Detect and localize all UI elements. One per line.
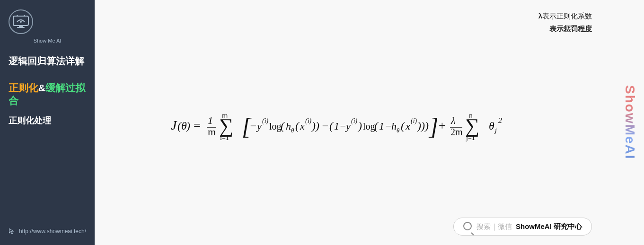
search-icon: [463, 222, 473, 231]
formula-container: .math { font-family: "Times New Roman", …: [171, 100, 578, 152]
svg-text:2: 2: [498, 116, 502, 124]
svg-text:): ): [416, 120, 421, 132]
svg-text:m: m: [208, 126, 216, 138]
formula-area: .math { font-family: "Times New Roman", …: [123, 40, 625, 213]
svg-text:(i): (i): [351, 117, 358, 125]
formula-svg: .math { font-family: "Times New Roman", …: [171, 105, 578, 148]
logo-icon: [9, 9, 33, 34]
svg-text:1: 1: [379, 120, 384, 132]
annotation-penalty: 表示惩罚程度: [549, 25, 592, 33]
search-label: ShowMeAI 研究中心: [516, 222, 582, 231]
svg-text:j=1: j=1: [466, 134, 475, 141]
search-box[interactable]: 搜索｜微信 ShowMeAI 研究中心: [453, 218, 592, 236]
svg-text:): ): [424, 120, 429, 132]
svg-text:(i): (i): [262, 117, 269, 125]
svg-text:(i): (i): [305, 117, 312, 125]
annotation-area: λ表示正则化系数 表示惩罚程度: [123, 9, 625, 35]
svg-text:λ: λ: [450, 114, 456, 126]
highlight-connector: &: [38, 82, 45, 93]
highlight-regularization: 正则化: [9, 82, 38, 93]
sidebar-title: 逻辑回归算法详解: [9, 54, 86, 68]
main-content: ShowMeAI λ表示正则化系数 表示惩罚程度 .math { font-fa…: [95, 0, 644, 245]
svg-text:−: −: [339, 120, 346, 132]
svg-text:): ): [185, 120, 190, 132]
sidebar-footer[interactable]: http://www.showmeai.tech/: [9, 227, 86, 236]
svg-text:−: −: [249, 120, 257, 132]
svg-text:(: (: [295, 120, 300, 132]
svg-rect-5: [17, 27, 25, 28]
svg-text:−: −: [321, 120, 329, 132]
svg-text:(: (: [401, 120, 406, 132]
svg-marker-6: [9, 229, 14, 234]
logo-area: [9, 9, 86, 34]
sidebar-highlight: 正则化&缓解过拟合: [9, 81, 86, 107]
svg-text:log: log: [363, 121, 375, 132]
svg-text:x: x: [300, 120, 305, 132]
svg-text:−: −: [385, 120, 392, 132]
svg-text:y: y: [345, 120, 351, 132]
svg-text:1: 1: [208, 114, 213, 126]
svg-text:x: x: [405, 120, 410, 132]
svg-text:(: (: [374, 120, 379, 132]
svg-text:J: J: [171, 118, 177, 132]
svg-text:log: log: [269, 121, 282, 132]
svg-point-3: [20, 21, 22, 23]
svg-text:y: y: [256, 120, 262, 132]
svg-text:m: m: [222, 112, 228, 120]
svg-text:): ): [315, 120, 319, 132]
svg-text:n: n: [469, 112, 473, 120]
svg-text:1: 1: [334, 120, 339, 132]
svg-text:i=1: i=1: [220, 134, 229, 141]
svg-text:(: (: [281, 120, 285, 132]
annotation-line-1: λ表示正则化系数: [538, 9, 592, 22]
svg-text:θ: θ: [291, 127, 294, 134]
search-bar: 搜索｜微信 ShowMeAI 研究中心: [123, 218, 625, 236]
svg-text:θ: θ: [397, 127, 400, 134]
svg-text:h: h: [286, 120, 291, 132]
lambda-symbol: λ: [538, 12, 542, 20]
svg-text:(i): (i): [411, 117, 417, 125]
sidebar-subtitle: 正则化处理: [9, 115, 86, 126]
annotation-line-2: 表示惩罚程度: [538, 22, 592, 35]
logo-text: Show Me AI: [9, 38, 86, 44]
svg-text:): ): [311, 120, 316, 132]
svg-text:2m: 2m: [450, 127, 463, 137]
svg-text:θ: θ: [489, 120, 494, 132]
svg-text:+: +: [439, 119, 446, 132]
svg-text:(: (: [329, 120, 334, 132]
svg-text:): ): [357, 120, 362, 132]
svg-text:h: h: [391, 120, 397, 132]
svg-text:]: ]: [428, 113, 438, 140]
annotation-box: λ表示正则化系数 表示惩罚程度: [538, 9, 592, 35]
sidebar: Show Me AI 逻辑回归算法详解 正则化&缓解过拟合 正则化处理 http…: [0, 0, 95, 245]
svg-text:): ): [420, 120, 425, 132]
search-divider: 搜索｜微信: [476, 222, 512, 231]
svg-text:j: j: [494, 127, 497, 134]
footer-url[interactable]: http://www.showmeai.tech/: [19, 228, 86, 235]
svg-text:=: =: [194, 119, 201, 132]
cursor-icon: [9, 227, 15, 236]
